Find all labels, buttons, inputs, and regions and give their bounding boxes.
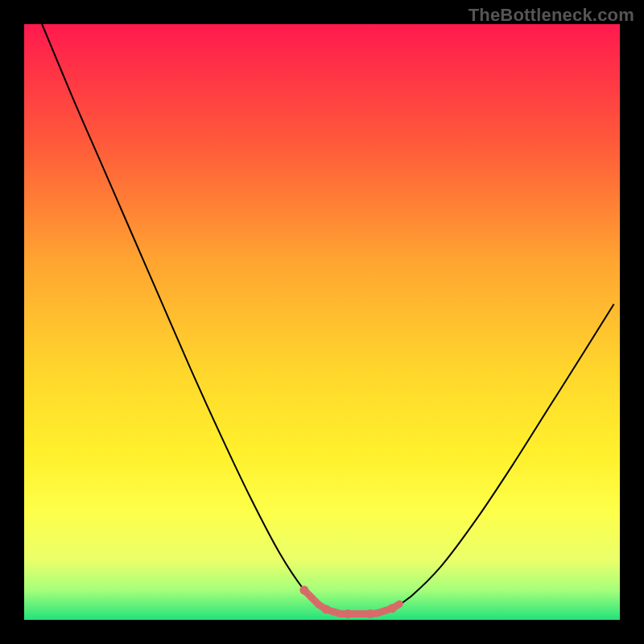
trough-highlight-dot (330, 609, 336, 615)
trough-highlight-dot (388, 604, 397, 613)
trough-highlight-dot (344, 609, 353, 618)
trough-highlight-dot (337, 610, 344, 617)
plot-area (24, 24, 620, 620)
trough-highlight-dot (322, 605, 331, 613)
trough-highlight-dot (382, 608, 388, 614)
bottleneck-chart (24, 24, 620, 620)
trough-highlight-dot (365, 609, 374, 618)
chart-frame: TheBottleneck.com (0, 0, 644, 644)
trough-highlight-dot (374, 610, 381, 617)
trough-highlight-dot (299, 586, 308, 595)
trough-highlight-dot (316, 601, 322, 608)
gradient-background (24, 24, 620, 620)
trough-highlight-dot (396, 601, 402, 607)
watermark-text: TheBottleneck.com (469, 5, 634, 26)
trough-highlight-dot (352, 610, 358, 617)
trough-highlight-dot (360, 610, 366, 617)
trough-highlight-dot (308, 594, 315, 601)
